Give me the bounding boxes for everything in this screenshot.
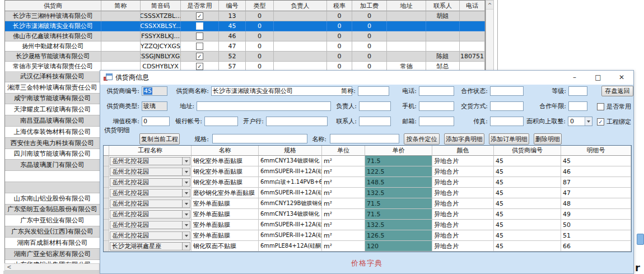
checkbox-icon[interactable]: ✓ xyxy=(597,118,604,126)
cell-abbr[interactable] xyxy=(101,31,141,41)
price-cell[interactable]: 132.5 xyxy=(365,188,432,198)
supplier-list-item[interactable]: 湖南广亚全铝家居有限公司 xyxy=(5,249,100,260)
supplier-list-item[interactable]: 广东兴发铝业(江西)有限公司 xyxy=(5,226,100,238)
cell-tax[interactable]: 0 xyxy=(327,41,352,52)
project-cell[interactable]: 岳州北控花园 xyxy=(109,188,192,198)
common-flag-cell[interactable] xyxy=(181,31,219,41)
name-cell[interactable]: 室外单面贴膜 xyxy=(192,209,259,220)
project-combo[interactable]: 岳州北控花园 xyxy=(110,189,190,197)
supplier-no-cell[interactable]: 45 xyxy=(494,198,561,209)
supplier-list-scrollbar[interactable]: < xyxy=(4,263,100,271)
spec-cell[interactable]: 6mmSUPER-III+12A(硅... xyxy=(259,188,322,198)
vat-rate-input[interactable]: 0 xyxy=(142,117,170,126)
color-cell[interactable]: 异地合片 xyxy=(432,166,494,177)
abbr-input[interactable] xyxy=(358,86,389,96)
cell-fee[interactable]: 0 xyxy=(352,11,387,21)
cell-no[interactable]: 45 xyxy=(219,21,246,31)
common-flag-cell[interactable]: ✓ xyxy=(181,11,219,21)
detail-row[interactable]: 岳州北控花园钢化室外单面贴膜6mmCNY134镀膜钢化m²71.5异地合片454… xyxy=(104,156,631,166)
bank-input[interactable] xyxy=(266,117,328,126)
detail-no-cell[interactable]: 45 xyxy=(561,156,631,166)
name-cell[interactable]: 室外单面贴膜 xyxy=(192,198,259,209)
scroll-up-icon[interactable]: ^ xyxy=(486,1,493,10)
project-combo[interactable]: 长沙龙湖祺鑫星座 xyxy=(110,242,190,250)
cell-leader[interactable] xyxy=(274,41,327,52)
supplier-no-cell[interactable]: 45 xyxy=(494,166,561,177)
add-order-detail-button[interactable]: 添加订单明细 xyxy=(489,133,529,145)
supplier-no-cell[interactable]: 45 xyxy=(494,156,561,166)
cell-contact[interactable] xyxy=(426,21,460,31)
locate-by-condition-button[interactable]: 按条件定位 xyxy=(404,133,440,145)
cell-abbr[interactable] xyxy=(101,11,141,21)
name-cell[interactable]: 钢化双面不贴膜 xyxy=(192,241,259,252)
cell-phone[interactable] xyxy=(460,11,485,21)
common-flag-cell[interactable] xyxy=(181,41,219,52)
supplier-list-item[interactable]: 上海优泰装饰材料有限公司 xyxy=(5,127,100,138)
cell-contact[interactable] xyxy=(426,41,460,52)
cell-fee[interactable]: 0 xyxy=(352,21,387,31)
scroll-left-icon[interactable]: < xyxy=(5,264,11,270)
row-header-stub[interactable] xyxy=(104,177,109,188)
row-header-stub[interactable] xyxy=(104,209,109,220)
supplier-type-field[interactable]: 玻璃 xyxy=(142,101,167,111)
row-header-stub[interactable] xyxy=(104,220,109,230)
color-cell[interactable]: 异地合片 xyxy=(432,230,494,241)
detail-row[interactable]: 岳州北控花园室外单面贴膜6mmSUPER-III+12A(硅...m²132.5… xyxy=(104,220,631,230)
cell-abbr[interactable] xyxy=(101,41,141,52)
supplier-list-item[interactable] xyxy=(5,171,100,182)
spec-cell[interactable]: 6mmCNY129B镀膜钢化 xyxy=(259,198,322,209)
cell-type[interactable]: 0 xyxy=(246,31,274,41)
cell-addr[interactable] xyxy=(387,41,426,52)
supplier-name-input[interactable]: 长沙市潇湘玻璃实业有限公司 xyxy=(211,86,352,96)
supplier-list-item[interactable]: 湘潭三金特种玻璃有限责任公司 xyxy=(5,82,100,94)
dialog-titlebar[interactable]: 供货商信息 – □ ✕ xyxy=(100,71,633,85)
detail-no-cell[interactable]: 51 xyxy=(561,230,631,241)
cell-contact[interactable]: 陈姐 xyxy=(426,52,460,62)
supplier-no-cell[interactable]: 45 xyxy=(494,220,561,230)
supplier-list-item[interactable]: 广东中亚铝业有限公司 xyxy=(5,215,100,226)
price-cell[interactable]: 120 xyxy=(365,241,432,252)
cell-fee[interactable]: 0 xyxy=(352,52,387,62)
cell-supplier[interactable]: 佛山市亿鑫玻璃科技有限公司 xyxy=(5,31,101,41)
unit-cell[interactable]: m² xyxy=(322,177,365,188)
detail-no-cell[interactable]: 47 xyxy=(561,188,631,198)
row-header-stub[interactable] xyxy=(104,198,109,209)
copy-current-project-button[interactable]: 复制当前工程 xyxy=(139,133,180,145)
price-cell[interactable]: 148.5 xyxy=(365,177,432,188)
detail-row[interactable]: 岳州北控花园室外单面贴膜6mmCNY134镀膜钢化m²71.5异地合片4549 xyxy=(104,209,631,220)
price-cell[interactable]: 132.5 xyxy=(365,220,432,230)
unit-cell[interactable]: m² xyxy=(322,166,365,177)
detail-no-cell[interactable]: 66 xyxy=(561,241,631,252)
cell-leader[interactable] xyxy=(274,21,327,31)
project-combo[interactable]: 岳州北控花园 xyxy=(110,221,190,229)
checkbox-icon[interactable] xyxy=(196,43,203,50)
spec-cell[interactable]: 6mmSUPER-III+12A(硅... xyxy=(259,230,322,241)
cell-code[interactable]: YZZQJCYXGS xyxy=(141,41,181,52)
save-return-button[interactable]: 存盘返回 xyxy=(601,86,633,96)
project-cell[interactable]: 岳州北控花园 xyxy=(109,156,192,166)
cell-no[interactable]: 13 xyxy=(219,11,246,21)
cell-tax[interactable]: 0 xyxy=(327,52,352,62)
phone-input[interactable] xyxy=(419,86,454,96)
detail-no-cell[interactable]: 48 xyxy=(561,198,631,209)
area-round-select[interactable]: 0 xyxy=(568,117,592,126)
detail-no-cell[interactable]: 49 xyxy=(561,209,631,220)
common-flag-cell[interactable] xyxy=(181,21,219,31)
checkbox-icon[interactable]: ✓ xyxy=(196,63,203,70)
cell-addr[interactable] xyxy=(387,31,426,41)
detail-row[interactable]: 岳州北控花园室外单面贴膜6mmSUPER-III+12A(硅...m²126.5… xyxy=(104,230,631,241)
maximize-button[interactable]: □ xyxy=(586,71,610,85)
supplier-list-item[interactable] xyxy=(5,182,100,193)
supplier-list-item[interactable]: 东晶玻璃厦门有限公司 xyxy=(5,160,100,171)
cell-phone[interactable] xyxy=(460,21,485,31)
unit-cell[interactable]: m² xyxy=(322,220,365,230)
price-cell[interactable]: 126.5 xyxy=(365,230,432,241)
name-cell[interactable]: 钢化室外单面贴膜 xyxy=(192,156,259,166)
contact-input[interactable] xyxy=(359,117,391,126)
cell-tax[interactable]: 0 xyxy=(327,31,352,41)
cell-contact[interactable]: 胡姐 xyxy=(426,11,460,21)
project-combo[interactable]: 岳州北控花园 xyxy=(110,157,190,165)
coop-years-input[interactable] xyxy=(568,101,587,111)
detail-no-cell[interactable]: 87 xyxy=(561,177,631,188)
row-header-stub[interactable] xyxy=(104,156,109,166)
